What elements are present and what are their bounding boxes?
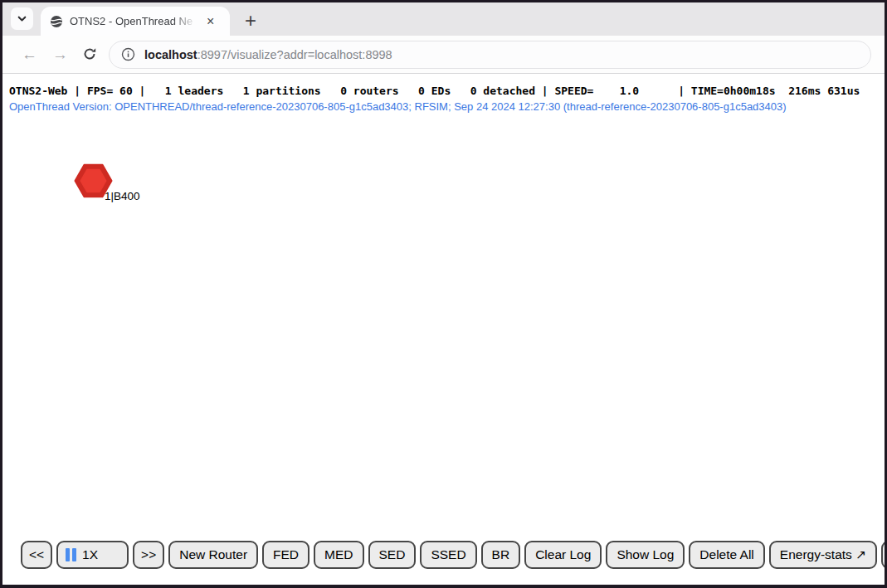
energy-stats-button[interactable]: Energy-stats ↗ (769, 541, 877, 569)
node-label: 1|B400 (105, 190, 140, 202)
reload-button[interactable] (76, 42, 104, 66)
tab-close-icon[interactable]: × (204, 14, 217, 29)
forward-button[interactable]: → (45, 41, 76, 67)
url-host: localhost (144, 48, 197, 61)
speed-down-button[interactable]: << (21, 541, 52, 569)
speed-up-button[interactable]: >> (133, 541, 164, 569)
chevron-down-icon (17, 13, 27, 24)
tab-title: OTNS2 - OpenThread Ne (70, 15, 196, 27)
pause-speed-button[interactable]: 1X (56, 541, 129, 569)
navigation-toolbar: ← → localhost:8997/visualize?addr=localh… (2, 36, 885, 74)
back-button[interactable]: ← (14, 41, 45, 67)
new-tab-button[interactable]: + (245, 12, 256, 29)
tab-search-button[interactable] (11, 7, 33, 30)
openthread-version-text: OpenThread Version: OPENTHREAD/thread-re… (9, 100, 787, 113)
new-br-button[interactable]: BR (481, 541, 521, 569)
browser-window: OTNS2 - OpenThread Ne × + ← → localhost:… (0, 0, 887, 588)
new-router-button[interactable]: New Router (168, 541, 258, 569)
info-icon[interactable] (121, 47, 135, 61)
otns-visualizer-canvas: OTNS2-Web | FPS= 60 | 1 leaders 1 partit… (2, 74, 885, 585)
node-stats-button[interactable]: Node-stats ↗ (881, 541, 887, 569)
action-bar: << 1X >> New Router FED MED SED SSED BR … (21, 541, 887, 569)
url-bar[interactable]: localhost:8997/visualize?addr=localhost:… (109, 41, 871, 69)
show-log-button[interactable]: Show Log (606, 541, 685, 569)
url-path: :8997/visualize?addr=localhost:8998 (197, 48, 392, 61)
speed-value: 1X (82, 547, 98, 562)
pause-icon (66, 548, 76, 561)
url-text: localhost:8997/visualize?addr=localhost:… (144, 48, 392, 61)
delete-all-button[interactable]: Delete All (689, 541, 764, 569)
globe-favicon-icon (50, 15, 63, 28)
new-sed-button[interactable]: SED (368, 541, 417, 569)
tab-strip: OTNS2 - OpenThread Ne × + (2, 2, 885, 36)
simulation-status-line: OTNS2-Web | FPS= 60 | 1 leaders 1 partit… (9, 85, 860, 97)
node-inner-hex (80, 170, 106, 192)
browser-tab[interactable]: OTNS2 - OpenThread Ne × (41, 7, 230, 36)
clear-log-button[interactable]: Clear Log (524, 541, 602, 569)
new-med-button[interactable]: MED (314, 541, 363, 569)
new-ssed-button[interactable]: SSED (420, 541, 476, 569)
new-fed-button[interactable]: FED (262, 541, 309, 569)
